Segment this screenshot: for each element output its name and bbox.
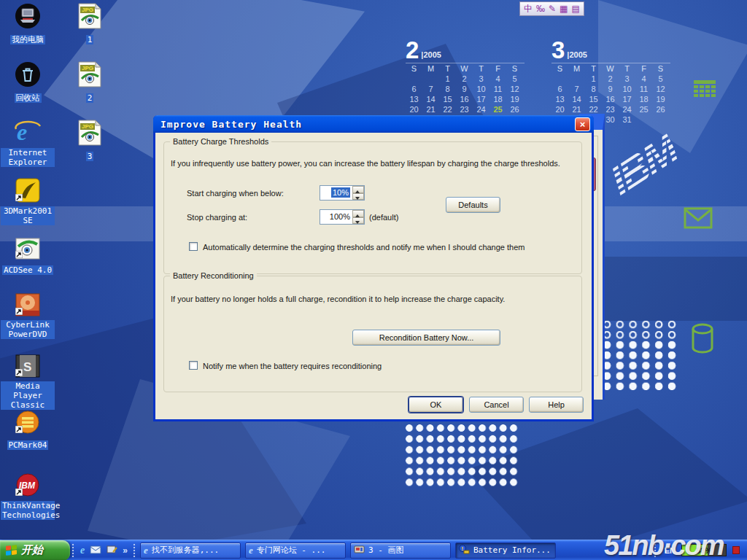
spinner-up-icon[interactable]: [352, 210, 364, 217]
wallpaper-dots: [404, 423, 519, 488]
task-label: 3 - 画图: [368, 545, 404, 556]
notify-reconditioning-checkbox[interactable]: [189, 361, 198, 370]
desktop-icon-thinkvantage[interactable]: IBMThinkVantage Technologies: [1, 472, 55, 521]
desktop-icon-my-computer[interactable]: 我的电脑: [1, 3, 55, 45]
start-button[interactable]: 开始: [0, 540, 70, 560]
calendar-day: 1: [439, 74, 456, 85]
svg-text:S: S: [23, 360, 31, 374]
icon-label: 2: [86, 93, 94, 103]
calendar-year: |2005: [567, 50, 587, 61]
default-note: (default): [369, 213, 398, 222]
calendar-february: 2|2005SMTWTFS123456789101112131415161718…: [406, 40, 530, 125]
svg-text:JPG: JPG: [82, 7, 93, 13]
calendar-day: 26: [506, 105, 523, 115]
ie-icon: e: [14, 118, 42, 144]
desktop-icon-pcmark[interactable]: PCMark04: [1, 410, 55, 451]
calendar-day-header: W: [456, 64, 473, 74]
desktop-icon-jpg[interactable]: JPG3: [63, 120, 117, 162]
menu-icon[interactable]: ▤: [571, 4, 579, 13]
spinner-up-icon[interactable]: [352, 186, 364, 193]
desktop-icon-3dmark[interactable]: 3DMark2001 SE: [1, 178, 55, 226]
calendar-day: 6: [551, 85, 568, 95]
3dmark-icon: [15, 178, 40, 203]
improve-battery-health-dialog: Improve Battery Health × Battery Charge …: [153, 115, 594, 421]
ie-quicklaunch-icon[interactable]: e: [80, 545, 85, 556]
stop-charging-value: 100%: [320, 210, 352, 224]
calendar-day: 14: [422, 95, 439, 105]
icon-label: Internet Explorer: [1, 148, 55, 167]
calendar-day: 13: [406, 95, 422, 105]
calendar-day: 4: [489, 74, 506, 85]
dialog-body: Battery Charge Thresholds If you infrequ…: [155, 133, 592, 419]
group-legend: Battery Reconditioning: [170, 271, 257, 280]
ok-button[interactable]: OK: [409, 397, 463, 413]
calendar-day: 13: [551, 95, 568, 105]
desktop-icon-recycle-bin[interactable]: 回收站: [1, 61, 55, 104]
desktop-icon-ie[interactable]: eInternet Explorer: [1, 118, 55, 168]
task-buttons: e找不到服务器,...e专门网论坛 - ...3 - 画图!Battery In…: [138, 542, 558, 559]
punctuation-icon[interactable]: ✎: [549, 4, 556, 13]
desktop-icon-powerdvd[interactable]: CyberLink PowerDVD: [1, 293, 55, 340]
help-button[interactable]: Help: [529, 397, 584, 413]
calendar-day: 25: [635, 105, 652, 115]
calendar-day-header: W: [602, 64, 619, 74]
desktop-icon-jpg[interactable]: JPG2: [63, 61, 117, 104]
soft-keyboard-icon[interactable]: ▦: [560, 4, 568, 13]
calendar-day: 31: [619, 115, 635, 125]
calendar-day: 21: [422, 105, 439, 115]
spinner-down-icon[interactable]: [352, 193, 364, 201]
task-button[interactable]: e专门网论坛 - ...: [245, 542, 346, 559]
shortcut-arrow-icon: [15, 489, 23, 496]
svg-text:JPG: JPG: [82, 65, 93, 71]
shortcut-arrow-icon: [15, 194, 23, 201]
calendar-day: 16: [602, 95, 619, 105]
task-button[interactable]: e找不到服务器,...: [140, 542, 241, 559]
close-icon[interactable]: ×: [575, 117, 590, 131]
calendar-day: [652, 115, 669, 125]
mail-quicklaunch-icon[interactable]: [90, 544, 101, 557]
chinese-mode-icon[interactable]: 中: [524, 4, 533, 13]
calendar-day: 17: [619, 95, 635, 105]
svg-text:JPG: JPG: [82, 123, 93, 130]
task-button[interactable]: 3 - 画图: [350, 542, 451, 559]
calendar-month-number: 2: [406, 40, 419, 61]
auto-determine-checkbox[interactable]: [189, 242, 198, 251]
calendar-day: 8: [585, 85, 602, 95]
task-button[interactable]: !Battery Infor...: [455, 542, 556, 559]
shortcut-arrow-icon: [15, 426, 23, 433]
quick-launch: e »: [77, 544, 131, 557]
recondition-battery-button[interactable]: Recondition Battery Now...: [352, 330, 500, 346]
ime-language-bar[interactable]: 中‰✎▦▤: [519, 1, 584, 16]
spinner-down-icon[interactable]: [352, 217, 364, 225]
calendar-day-header: S: [406, 64, 422, 74]
tray-icon[interactable]: [732, 546, 740, 554]
cancel-button[interactable]: Cancel: [469, 397, 524, 413]
icon-label: 我的电脑: [10, 35, 45, 44]
chevron-icon[interactable]: »: [123, 545, 128, 556]
icon-label: 3DMark2001 SE: [1, 206, 55, 225]
calendar-day-header: S: [551, 64, 568, 74]
jpg-icon: JPG: [77, 61, 102, 88]
calendar-day: 10: [619, 85, 635, 95]
dialog-titlebar[interactable]: Improve Battery Health ×: [153, 115, 594, 133]
desktop-icon-mpc[interactable]: SMedia Player Classic: [1, 354, 55, 411]
icon-label: 1: [86, 35, 94, 44]
calendar-day: 7: [422, 85, 439, 95]
calendar-month-number: 3: [551, 40, 565, 61]
stop-charging-spinner[interactable]: 100%: [320, 209, 365, 225]
calendar-day-header: M: [568, 64, 585, 74]
calendar-day: 18: [635, 95, 652, 105]
defaults-button[interactable]: Defaults: [446, 197, 500, 213]
start-charging-spinner[interactable]: 10%: [320, 185, 365, 201]
my-computer-icon: [15, 3, 41, 29]
acdsee-icon: [15, 238, 40, 260]
desktop-icon-acdsee[interactable]: ACDSee 4.0: [1, 238, 55, 276]
show-desktop-icon[interactable]: [107, 544, 117, 557]
calendar-day: 19: [652, 95, 669, 105]
icon-label: ThinkVantage Technologies: [1, 501, 55, 520]
fullwidth-icon[interactable]: ‰: [536, 4, 545, 13]
calendar-day: 7: [568, 85, 585, 95]
calendar-day: 20: [551, 105, 568, 115]
desktop-icon-jpg[interactable]: JPG1: [63, 3, 117, 45]
mpc-icon: S: [15, 354, 40, 378]
